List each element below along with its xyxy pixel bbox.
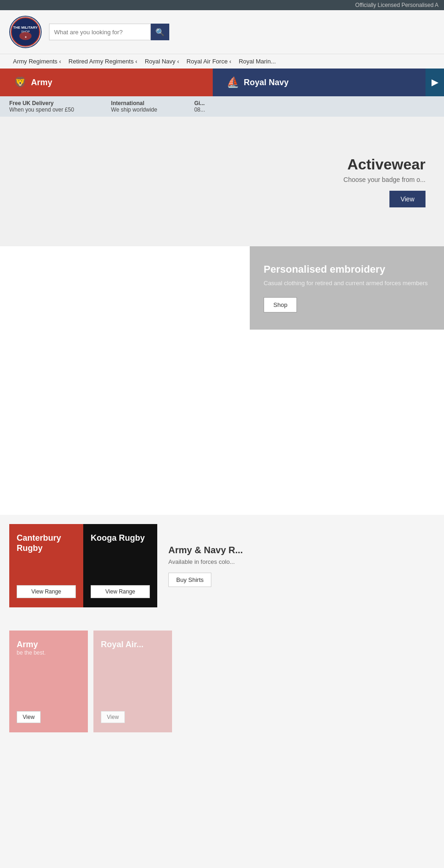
delivery-phone: Gi... 08... — [194, 100, 205, 113]
top-banner-text: Officially Licensed Personalised A — [355, 2, 438, 8]
embroidery-title: Personalised embroidery — [264, 263, 430, 275]
svg-text:★: ★ — [25, 36, 27, 38]
logo: THE MILITARY SHOP ★ — [9, 16, 42, 48]
hero-subtitle: Choose your badge from o... — [344, 176, 426, 183]
nav-item-royal-marines[interactable]: Royal Marin... — [235, 57, 279, 66]
delivery-uk-title: Free UK Delivery — [9, 100, 74, 106]
delivery-bar: Free UK Delivery When you spend over £50… — [0, 96, 444, 117]
embroidery-desc: Casual clothing for retired and current … — [264, 279, 430, 287]
tab-navy[interactable]: ⛵ Royal Navy — [213, 69, 426, 96]
top-banner: Officially Licensed Personalised A — [0, 0, 444, 10]
buy-shirts-button[interactable]: Buy Shirts — [168, 573, 211, 587]
third-icon: ▶ — [432, 77, 438, 87]
army-card-2-view-button[interactable]: View — [101, 711, 125, 723]
kooga-view-range-button[interactable]: View Range — [91, 585, 150, 598]
canterbury-title: Canterbury Rugby — [17, 533, 76, 553]
nav-item-royal-air-force[interactable]: Royal Air Force ‹ — [183, 57, 235, 66]
tab-third[interactable]: ▶ — [426, 69, 444, 96]
shop-button[interactable]: Shop — [264, 297, 297, 312]
delivery-phone-title: Gi... — [194, 100, 205, 106]
delivery-uk-desc: When you spend over £50 — [9, 106, 74, 113]
canterbury-view-range-button[interactable]: View Range — [17, 585, 76, 598]
rugby-cards: Canterbury Rugby View Range Kooga Rugby … — [9, 524, 157, 607]
army-navy-title: Army & Navy R... — [168, 545, 424, 556]
army-navy-desc: Available in forces colo... — [168, 558, 424, 565]
search-input[interactable] — [49, 24, 151, 40]
canterbury-card: Canterbury Rugby View Range — [9, 524, 83, 607]
delivery-intl-desc: We ship worldwide — [111, 106, 157, 113]
delivery-uk: Free UK Delivery When you spend over £50 — [9, 100, 74, 113]
army-card-1: Army be the best. View — [9, 631, 88, 732]
army-card-2-title: Royal Air... — [101, 640, 165, 649]
delivery-intl-title: International — [111, 100, 157, 106]
rugby-section: Canterbury Rugby View Range Kooga Rugby … — [0, 515, 444, 617]
kooga-title: Kooga Rugby — [91, 533, 150, 543]
header: THE MILITARY SHOP ★ 🔍 — [0, 10, 444, 54]
army-icon: 🦁 — [14, 76, 26, 88]
nav-bar: Army Regiments ‹ Retired Army Regiments … — [0, 54, 444, 69]
search-button[interactable]: 🔍 — [151, 24, 169, 40]
nav-item-retired-army[interactable]: Retired Army Regiments ‹ — [65, 57, 141, 66]
nav-item-army-regiments[interactable]: Army Regiments ‹ — [9, 57, 65, 66]
army-card-2: Royal Air... View — [93, 631, 172, 732]
navy-label: Royal Navy — [244, 78, 289, 87]
army-card-1-view-button[interactable]: View — [17, 711, 41, 723]
army-card-1-sub: be the best. — [17, 649, 80, 656]
hero-title: Activewear — [344, 156, 426, 173]
army-cards-row: Army be the best. View Royal Air... View — [0, 621, 444, 742]
search-area: 🔍 — [49, 24, 169, 40]
navy-icon: ⛵ — [227, 76, 239, 88]
svg-text:THE MILITARY: THE MILITARY — [13, 25, 38, 30]
hero-banner: Activewear Choose your badge from o... V… — [0, 117, 444, 246]
nav-item-royal-navy[interactable]: Royal Navy ‹ — [141, 57, 183, 66]
tab-army[interactable]: 🦁 Army — [0, 69, 213, 96]
embroidery-image — [0, 246, 250, 330]
army-card-1-title: Army — [17, 640, 80, 649]
hero-text: Activewear Choose your badge from o... V… — [344, 156, 426, 207]
content-area — [0, 330, 444, 515]
hero-view-button[interactable]: View — [389, 191, 426, 207]
army-label: Army — [31, 78, 52, 87]
kooga-card: Kooga Rugby View Range — [83, 524, 157, 607]
embroidery-content: Personalised embroidery Casual clothing … — [250, 246, 444, 330]
delivery-phone-desc: 08... — [194, 106, 205, 113]
embroidery-section: Personalised embroidery Casual clothing … — [0, 246, 444, 330]
branch-tabs: 🦁 Army ⛵ Royal Navy ▶ — [0, 69, 444, 96]
delivery-international: International We ship worldwide — [111, 100, 157, 113]
army-navy-card: Army & Navy R... Available in forces col… — [157, 524, 435, 607]
